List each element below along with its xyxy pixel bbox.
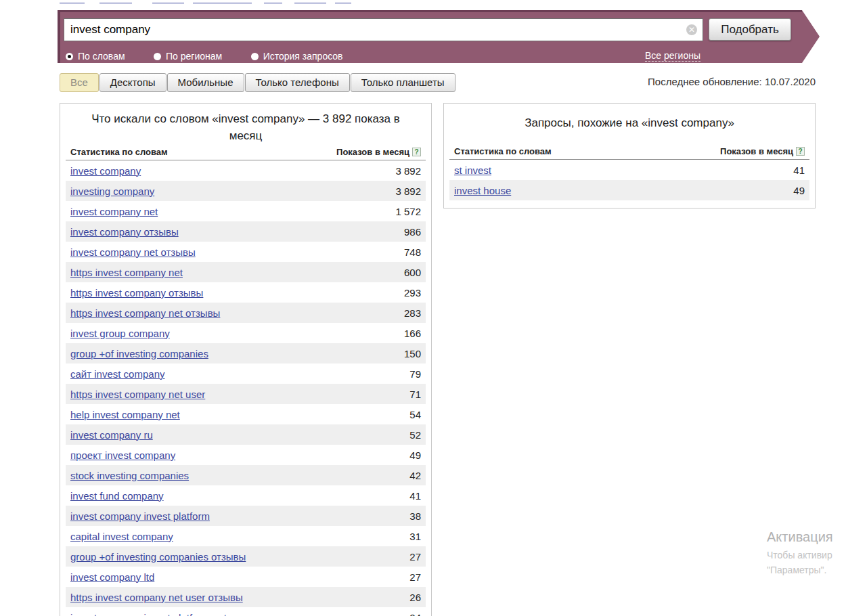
watermark-line: "Параметры". bbox=[767, 565, 846, 575]
table-row: stock investing companies 42 bbox=[66, 465, 426, 485]
similar-table: st invest 41 invest house 49 bbox=[449, 160, 809, 200]
impressions-value: 42 bbox=[409, 470, 421, 481]
top-nav-link-fragment[interactable] bbox=[99, 0, 132, 3]
keyword-link[interactable]: invest company invest platform net bbox=[70, 612, 227, 616]
mode-label: По регионам bbox=[166, 51, 222, 62]
help-icon[interactable]: ? bbox=[796, 147, 805, 156]
table-row: invest house 49 bbox=[449, 180, 809, 200]
tab-tablets-only[interactable]: Только планшеты bbox=[351, 73, 455, 92]
top-nav-link-fragment[interactable] bbox=[152, 0, 184, 3]
keyword-link[interactable]: https invest company net user отзывы bbox=[70, 592, 243, 603]
top-nav-link-fragment[interactable] bbox=[264, 0, 282, 3]
impressions-value: 31 bbox=[409, 531, 421, 542]
table-row: invest company 3 892 bbox=[66, 160, 426, 181]
impressions-value: 1 572 bbox=[395, 206, 421, 217]
tab-phones-only[interactable]: Только телефоны bbox=[245, 73, 350, 92]
impressions-value: 26 bbox=[409, 592, 421, 603]
radio-icon bbox=[154, 53, 161, 60]
table-row: invest company ltd 27 bbox=[66, 567, 426, 587]
table-row: invest company net 1 572 bbox=[66, 201, 426, 221]
keyword-link[interactable]: capital invest company bbox=[70, 531, 173, 542]
table-row: st invest 41 bbox=[449, 160, 809, 180]
keyword-link[interactable]: invest company invest platform bbox=[70, 510, 210, 522]
mode-radio-by-words[interactable]: По словам bbox=[66, 51, 125, 62]
impressions-value: 166 bbox=[404, 328, 421, 339]
mode-label: По словам bbox=[78, 51, 125, 62]
impressions-value: 54 bbox=[409, 409, 421, 420]
keyword-link[interactable]: invest group company bbox=[70, 328, 170, 339]
keyword-link[interactable]: сайт invest company bbox=[70, 368, 164, 380]
column-header-impressions: Показов в месяц? bbox=[720, 146, 805, 156]
table-row: group +of investing companies отзывы 27 bbox=[66, 546, 426, 567]
column-header-impressions: Показов в месяц? bbox=[336, 147, 421, 157]
table-header: Статистика по словам Показов в месяц? bbox=[66, 147, 426, 160]
table-header: Статистика по словам Показов в месяц? bbox=[449, 146, 809, 160]
keyword-link[interactable]: проект invest company bbox=[70, 449, 175, 461]
table-row: group +of investing companies 150 bbox=[66, 343, 426, 364]
table-row: invest company отзывы 986 bbox=[66, 221, 426, 242]
radio-icon bbox=[66, 53, 73, 60]
keyword-link[interactable]: https invest company net отзывы bbox=[70, 307, 220, 319]
keyword-link[interactable]: invest company net отзывы bbox=[70, 246, 196, 258]
top-nav-link-fragment[interactable] bbox=[335, 0, 351, 3]
last-update-text: Последнее обновление: 10.07.2020 bbox=[648, 76, 816, 87]
help-icon[interactable]: ? bbox=[412, 148, 421, 156]
table-row: invest fund company 41 bbox=[66, 485, 426, 506]
keyword-link[interactable]: group +of investing companies bbox=[70, 348, 208, 359]
table-row: сайт invest company 79 bbox=[66, 364, 426, 384]
top-nav-link-fragment[interactable] bbox=[60, 0, 85, 3]
tab-all[interactable]: Все bbox=[60, 73, 99, 92]
impressions-value: 986 bbox=[404, 226, 421, 238]
impressions-value: 41 bbox=[793, 164, 805, 176]
table-row: invest group company 166 bbox=[66, 323, 426, 343]
panel-title: Что искали со словом «invest company» — … bbox=[81, 110, 411, 144]
keyword-link[interactable]: invest house bbox=[454, 185, 511, 196]
impressions-value: 600 bbox=[404, 267, 421, 278]
keyword-link[interactable]: https invest company отзывы bbox=[70, 287, 203, 299]
table-row: invest company invest platform net 24 bbox=[66, 607, 426, 616]
similar-queries-panel: Запросы, похожие на «invest company» Ста… bbox=[443, 103, 816, 208]
keyword-link[interactable]: help invest company net bbox=[70, 409, 180, 420]
table-row: https invest company net user 71 bbox=[66, 384, 426, 404]
table-row: help invest company net 54 bbox=[66, 404, 426, 424]
device-tabs: ВсеДесктопыМобильныеТолько телефоныТольк… bbox=[60, 73, 456, 92]
keyword-link[interactable]: st invest bbox=[454, 164, 491, 176]
impressions-value: 293 bbox=[404, 287, 421, 299]
keyword-link[interactable]: invest company отзывы bbox=[70, 226, 179, 238]
impressions-value: 71 bbox=[409, 389, 421, 400]
radio-icon bbox=[251, 53, 259, 60]
keyword-link[interactable]: invest company ru bbox=[70, 429, 153, 441]
table-row: проект invest company 49 bbox=[66, 445, 426, 465]
keyword-link[interactable]: invest company bbox=[70, 165, 141, 177]
submit-button[interactable]: Подобрать bbox=[709, 18, 791, 41]
tab-mobile[interactable]: Мобильные bbox=[167, 73, 244, 92]
keyword-link[interactable]: https invest company net user bbox=[70, 389, 205, 400]
impressions-value: 41 bbox=[409, 490, 421, 502]
keyword-link[interactable]: stock investing companies bbox=[70, 470, 189, 481]
tab-desktops[interactable]: Десктопы bbox=[99, 73, 166, 92]
mode-radio-by-regions[interactable]: По регионам bbox=[154, 51, 222, 62]
column-header-keyword: Статистика по словам bbox=[70, 147, 168, 157]
keyword-link[interactable]: invest company ltd bbox=[70, 571, 154, 583]
keyword-link[interactable]: group +of investing companies отзывы bbox=[70, 551, 246, 563]
table-row: https invest company net отзывы 283 bbox=[66, 303, 426, 323]
impressions-value: 79 bbox=[409, 368, 421, 380]
clear-input-icon[interactable]: ✕ bbox=[686, 24, 697, 35]
top-nav-link-fragment[interactable] bbox=[193, 0, 252, 3]
mode-radio-query-history[interactable]: История запросов bbox=[251, 51, 343, 62]
keyword-link[interactable]: invest company net bbox=[70, 206, 158, 217]
watermark-line: Активация bbox=[767, 529, 846, 545]
band-arrow-decoration bbox=[802, 10, 820, 63]
search-modes: По словам По регионам История запросов bbox=[66, 50, 369, 62]
keyword-link[interactable]: https invest company net bbox=[70, 267, 183, 278]
panel-title: Запросы, похожие на «invest company» bbox=[458, 114, 801, 131]
all-regions-link[interactable]: Все регионы bbox=[645, 50, 700, 62]
table-row: https invest company net 600 bbox=[66, 262, 426, 282]
search-input[interactable] bbox=[64, 18, 703, 41]
keyword-link[interactable]: invest fund company bbox=[70, 490, 164, 502]
impressions-value: 49 bbox=[409, 449, 421, 461]
keyword-link[interactable]: investing company bbox=[70, 185, 154, 197]
impressions-value: 283 bbox=[404, 307, 421, 319]
table-row: https invest company отзывы 293 bbox=[66, 282, 426, 303]
top-nav-link-fragment[interactable] bbox=[294, 0, 326, 3]
